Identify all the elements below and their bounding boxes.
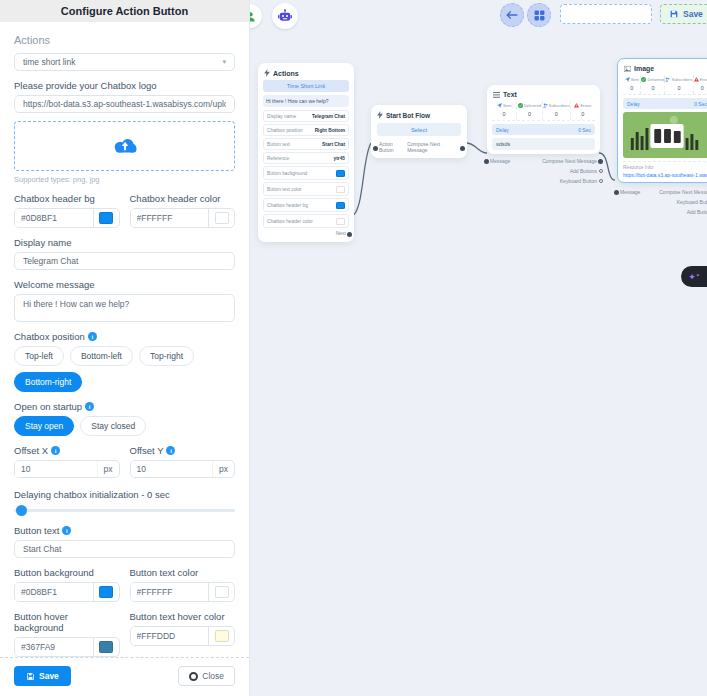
resource-link[interactable]: https://bot-data.s3.ap-southeast-1.wasab…	[623, 172, 707, 178]
button-bg-input[interactable]	[15, 583, 93, 601]
node-row: Chatbox header bg	[263, 198, 349, 212]
position-bottom-right[interactable]: Bottom-right	[14, 372, 82, 392]
header-bg-input[interactable]	[15, 209, 93, 227]
actions-select[interactable]: time short link	[14, 53, 235, 71]
offset-y-unit: px	[212, 461, 234, 477]
grid-view-button[interactable]	[527, 3, 551, 27]
header-bg-swatch-button[interactable]	[93, 209, 119, 227]
supported-types-hint: Supported types: png, jpg	[14, 175, 235, 184]
save-icon	[26, 672, 35, 681]
node-image[interactable]: Image Sent0 Delivered0 Subscribers0 Erro…	[617, 58, 707, 215]
header-color-input[interactable]	[131, 209, 209, 227]
node-text[interactable]: Text Sent0 Delivered0 Subscribers0 Error…	[487, 85, 600, 184]
header-color-field	[130, 208, 236, 228]
delay-bar[interactable]: Delay 0 Sec	[492, 124, 595, 135]
delivered-icon	[641, 77, 646, 82]
color-swatch	[99, 641, 113, 653]
button-text-hover-label: Button text hover color	[130, 611, 236, 622]
delay-init-label: Delaying chatbox initialization - 0 sec	[14, 489, 235, 500]
configure-panel: Configure Action Button Actions time sho…	[0, 0, 250, 696]
image-port-keyboard[interactable]: Keyboard Button	[617, 199, 707, 205]
port-message[interactable]: Message	[620, 189, 640, 195]
text-content[interactable]: sdsds	[492, 138, 595, 150]
delay-slider[interactable]	[14, 504, 235, 516]
logo-label: Please provide your Chatbox logo	[14, 80, 235, 91]
header-color-swatch-button[interactable]	[208, 209, 234, 227]
button-text-color-swatch-button[interactable]	[208, 583, 234, 601]
select-flow-button[interactable]: Select	[377, 123, 461, 136]
canvas-save-button[interactable]: Save	[660, 4, 707, 24]
text-port-keyboard[interactable]: Keyboard Button	[487, 178, 600, 184]
panel-title: Configure Action Button	[0, 0, 249, 22]
button-bg-swatch-button[interactable]	[93, 583, 119, 601]
port-dot[interactable]	[347, 232, 352, 237]
delay-bar[interactable]: Delay 0 Sec	[623, 98, 707, 109]
offset-x-input[interactable]	[15, 461, 97, 477]
button-text-color-label: Button text color	[130, 567, 236, 578]
flow-name-input[interactable]	[560, 4, 652, 24]
text-port-add-buttons[interactable]: Add Buttons	[487, 168, 600, 174]
port-dot[interactable]	[373, 146, 378, 151]
port-compose-next[interactable]: Compose Next Message	[407, 141, 459, 153]
row-label: Button text color	[267, 187, 302, 192]
port-dot[interactable]	[599, 179, 603, 183]
button-text-label: Button text	[14, 525, 235, 536]
node-row: Display name Telegram Chat	[263, 110, 349, 122]
port-compose-next[interactable]: Compose Next Message	[542, 158, 597, 164]
row-value: Start Chat	[322, 142, 345, 147]
logo-dropzone[interactable]	[14, 121, 235, 171]
button-text-color-field	[130, 582, 236, 602]
display-name-input[interactable]	[14, 252, 235, 270]
port-message[interactable]: Message	[490, 158, 510, 164]
startup-stay-open[interactable]: Stay open	[14, 416, 74, 436]
button-text-hover-swatch-button[interactable]	[208, 627, 234, 645]
port-action-button[interactable]: Action Button	[379, 141, 407, 153]
offset-y-input[interactable]	[131, 461, 213, 477]
port-label: Next	[336, 230, 346, 236]
row-label: Button background	[267, 171, 307, 176]
bot-button[interactable]	[272, 3, 298, 29]
welcome-label: Welcome message	[14, 279, 235, 290]
color-swatch	[215, 212, 229, 224]
slider-thumb[interactable]	[16, 505, 27, 516]
position-bottom-left[interactable]: Bottom-left	[70, 346, 133, 366]
startup-stay-closed[interactable]: Stay closed	[80, 416, 146, 436]
position-top-right[interactable]: Top-right	[139, 346, 194, 366]
image-stats: Sent0 Delivered0 Subscribers0 Errors0	[623, 75, 707, 95]
action-bolt-icon	[264, 69, 270, 77]
port-dot[interactable]	[484, 159, 489, 164]
button-hover-bg-swatch-button[interactable]	[93, 638, 119, 656]
image-ports-row: Message Compose Next Message	[617, 189, 707, 195]
color-swatch	[215, 630, 229, 642]
image-port-add-buttons[interactable]: Add Buttons	[617, 209, 707, 215]
port-compose-next[interactable]: Compose Next Message	[659, 189, 707, 195]
delay-label: Delay	[627, 101, 640, 107]
port-label: Keyboard Button	[677, 199, 707, 205]
node-actions[interactable]: Actions Time Short Link Hi there ! How c…	[258, 63, 354, 242]
image-icon	[624, 66, 631, 72]
ai-assistant-button[interactable]: ✦✦	[681, 266, 707, 287]
button-text-color-input[interactable]	[131, 583, 209, 601]
port-dot[interactable]	[598, 159, 603, 164]
text-stats: Sent0 Delivered0 Subscribers0 Errors0	[492, 101, 595, 121]
logo-url-input[interactable]	[14, 95, 235, 113]
port-dot[interactable]	[614, 190, 619, 195]
chevron-down-icon	[222, 58, 226, 66]
button-hover-bg-input[interactable]	[15, 638, 93, 656]
node-actions-type: Time Short Link	[263, 80, 349, 92]
back-button[interactable]	[500, 3, 524, 27]
info-icon	[51, 446, 60, 455]
port-dot[interactable]	[460, 146, 465, 151]
port-next[interactable]: Next	[263, 230, 349, 238]
welcome-textarea[interactable]: Hi there ! How can we help?	[14, 294, 235, 322]
node-row: Button text color	[263, 182, 349, 196]
port-dot[interactable]	[599, 169, 603, 173]
save-button[interactable]: Save	[14, 666, 71, 686]
close-button[interactable]: Close	[178, 666, 235, 686]
subscribers-icon	[665, 77, 670, 82]
grid-icon	[534, 10, 545, 21]
button-text-input[interactable]	[14, 540, 235, 558]
node-start-bot-flow[interactable]: Start Bot Flow Select Action Button Comp…	[371, 105, 467, 158]
position-top-left[interactable]: Top-left	[14, 346, 64, 366]
button-text-hover-input[interactable]	[131, 627, 209, 645]
